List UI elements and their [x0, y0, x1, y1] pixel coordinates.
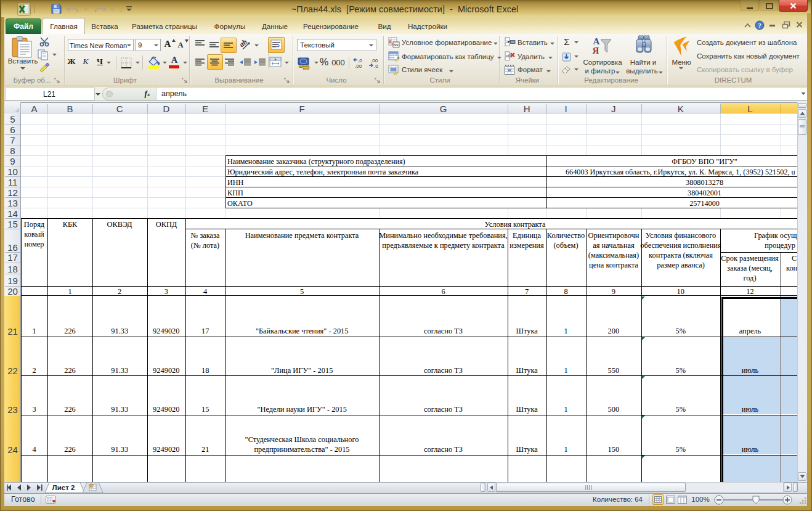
svg-text:,00: ,00 — [371, 58, 378, 63]
svg-text:ab: ab — [240, 38, 249, 49]
svg-text:,00: ,00 — [355, 63, 362, 68]
svg-text:А: А — [593, 36, 600, 46]
svg-text:?: ? — [758, 22, 761, 29]
svg-text:,0: ,0 — [358, 58, 362, 63]
svg-text:Я: Я — [593, 46, 599, 55]
svg-text:,0: ,0 — [374, 63, 378, 68]
svg-text:ss: ss — [394, 43, 399, 47]
